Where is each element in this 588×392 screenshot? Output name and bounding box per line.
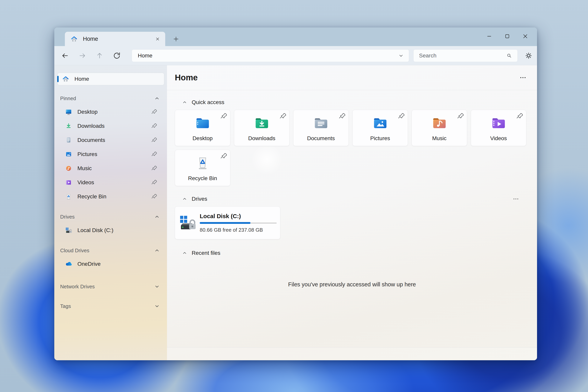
pin-icon[interactable]: [220, 112, 228, 120]
sidebar-section-network-drives[interactable]: Network Drives: [54, 282, 167, 291]
local-disk-icon: [178, 214, 197, 232]
pin-icon[interactable]: [279, 112, 287, 120]
chevron-up-icon[interactable]: [154, 96, 160, 101]
sidebar-item-documents[interactable]: Documents: [57, 133, 165, 147]
sidebar-item-local-disk-c[interactable]: Local Disk (C:): [57, 223, 165, 237]
pin-icon[interactable]: [220, 152, 228, 160]
section-recent-files[interactable]: Recent files: [175, 248, 529, 258]
chevron-up-icon[interactable]: [154, 214, 160, 220]
pin-icon[interactable]: [151, 165, 158, 172]
drive-free-space: 80.66 GB free of 237.08 GB: [200, 227, 276, 233]
music-folder-icon: [432, 115, 447, 131]
pictures-folder-icon: [372, 115, 388, 131]
tab-home[interactable]: Home: [65, 32, 165, 46]
pin-icon[interactable]: [338, 112, 346, 120]
drive-usage-bar: [200, 222, 276, 224]
pin-icon[interactable]: [151, 123, 158, 129]
forward-button[interactable]: [76, 49, 89, 62]
quick-access-grid: Desktop Downloads: [175, 110, 529, 186]
pictures-icon: [65, 150, 72, 158]
home-icon: [62, 75, 70, 83]
toolbar: Home Search: [54, 46, 537, 65]
sidebar-item-home[interactable]: Home: [58, 73, 164, 85]
pin-icon[interactable]: [151, 137, 158, 144]
sidebar-item-recycle-bin[interactable]: Recycle Bin: [57, 190, 165, 204]
music-icon: [65, 165, 72, 172]
minimize-button[interactable]: [480, 30, 498, 42]
pin-icon[interactable]: [151, 193, 158, 200]
sidebar-item-pictures[interactable]: Pictures: [57, 147, 165, 161]
sidebar-item-downloads[interactable]: Downloads: [57, 119, 165, 133]
sidebar-section-drives[interactable]: Drives: [54, 213, 167, 221]
desktop-folder-icon: [195, 115, 210, 131]
header-divider: [167, 90, 537, 90]
address-dropdown-chevron-icon[interactable]: [397, 51, 405, 60]
titlebar[interactable]: Home: [54, 28, 537, 46]
tab-close-icon[interactable]: [153, 34, 162, 44]
content-pane: Home Quick access: [167, 65, 537, 360]
drive-name: Local Disk (C:): [200, 213, 276, 220]
pin-icon[interactable]: [516, 112, 524, 120]
chevron-down-icon[interactable]: [154, 284, 160, 290]
pin-icon[interactable]: [398, 112, 405, 120]
chevron-up-icon[interactable]: [154, 248, 160, 254]
documents-folder-icon: [313, 115, 329, 131]
tab-title: Home: [83, 36, 153, 42]
quick-access-card-videos[interactable]: Videos: [471, 110, 526, 146]
chevron-up-icon[interactable]: [182, 100, 188, 105]
videos-icon: [65, 179, 72, 186]
up-button[interactable]: [93, 49, 106, 62]
sidebar-section-tags[interactable]: Tags: [54, 302, 167, 310]
pin-icon[interactable]: [457, 112, 464, 120]
recycle-bin-icon: [195, 155, 210, 171]
downloads-folder-icon: [254, 115, 270, 131]
sidebar-item-videos[interactable]: Videos: [57, 176, 165, 190]
videos-folder-icon: [491, 115, 506, 131]
maximize-button[interactable]: [498, 30, 516, 42]
status-bar: [167, 347, 537, 360]
chevron-up-icon[interactable]: [182, 196, 188, 202]
navigation-pane: Home Pinned: [54, 65, 167, 360]
drives-more-icon[interactable]: [510, 195, 521, 203]
address-bar[interactable]: Home: [132, 50, 409, 62]
quick-access-card-recycle-bin[interactable]: Recycle Bin: [175, 150, 230, 186]
selection-accent-bar: [57, 76, 58, 82]
search-icon[interactable]: [505, 51, 514, 60]
see-more-icon[interactable]: [518, 72, 528, 83]
section-drives[interactable]: Drives: [175, 194, 529, 204]
search-input[interactable]: Search: [413, 50, 518, 62]
home-icon: [70, 35, 78, 43]
pin-icon[interactable]: [151, 108, 158, 115]
quick-access-card-documents[interactable]: Documents: [293, 110, 349, 146]
drive-usage-fill: [200, 222, 250, 224]
downloads-icon: [65, 122, 72, 130]
quick-access-card-pictures[interactable]: Pictures: [352, 110, 408, 146]
window-controls: [480, 30, 534, 42]
sidebar-item-onedrive[interactable]: OneDrive: [57, 257, 165, 271]
recycle-bin-icon: [65, 193, 72, 200]
chevron-down-icon[interactable]: [154, 303, 160, 309]
sidebar-item-desktop[interactable]: Desktop: [57, 105, 165, 119]
local-disk-icon: [65, 226, 72, 234]
sidebar-section-pinned[interactable]: Pinned: [54, 94, 167, 102]
drive-card-local-disk-c[interactable]: Local Disk (C:) 80.66 GB free of 237.08 …: [175, 206, 280, 239]
back-button[interactable]: [58, 49, 72, 62]
quick-access-card-music[interactable]: Music: [412, 110, 467, 146]
close-button[interactable]: [516, 30, 534, 42]
gear-icon[interactable]: [523, 50, 534, 62]
documents-icon: [65, 136, 72, 144]
new-tab-button[interactable]: [171, 34, 181, 44]
chevron-up-icon[interactable]: [182, 250, 188, 256]
recent-files-empty-message: Files you've previously accessed will sh…: [175, 281, 529, 288]
section-quick-access[interactable]: Quick access: [175, 97, 529, 108]
sidebar-item-music[interactable]: Music: [57, 161, 165, 176]
page-title: Home: [175, 73, 198, 82]
desktop-icon: [65, 108, 72, 116]
quick-access-card-downloads[interactable]: Downloads: [234, 110, 290, 146]
sidebar-section-cloud-drives[interactable]: Cloud Drives: [54, 246, 167, 254]
file-explorer-window: Home: [54, 28, 537, 360]
pin-icon[interactable]: [151, 179, 158, 186]
refresh-button[interactable]: [110, 49, 124, 62]
pin-icon[interactable]: [151, 151, 158, 158]
quick-access-card-desktop[interactable]: Desktop: [175, 110, 230, 146]
